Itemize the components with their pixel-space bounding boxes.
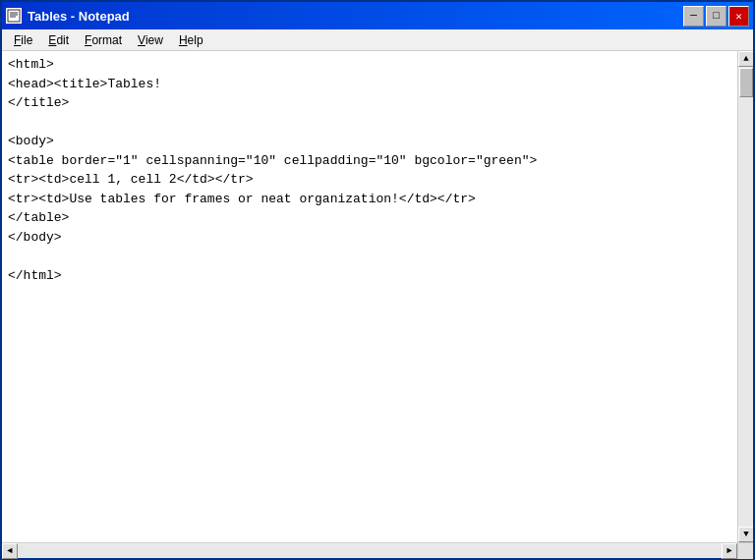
notepad-window: Tables - Notepad ─ □ ✕ File Edit Format …: [0, 0, 755, 560]
title-bar-left: Tables - Notepad: [6, 8, 130, 24]
menu-bar: File Edit Format View Help: [2, 29, 753, 51]
title-bar: Tables - Notepad ─ □ ✕: [2, 2, 753, 29]
close-button[interactable]: ✕: [728, 6, 749, 27]
scroll-down-button[interactable]: ▼: [738, 527, 753, 542]
scroll-up-button[interactable]: ▲: [738, 51, 753, 67]
menu-format-label: Format: [85, 33, 122, 47]
editor-area: <html> <head><title>Tables! </title> <bo…: [2, 51, 753, 542]
text-editor[interactable]: <html> <head><title>Tables! </title> <bo…: [2, 51, 737, 542]
menu-view-label: View: [138, 33, 163, 47]
scroll-thumb-v[interactable]: [739, 68, 753, 97]
menu-item-help[interactable]: Help: [171, 31, 211, 49]
vertical-scrollbar: ▲ ▼: [737, 51, 753, 542]
maximize-button[interactable]: □: [706, 6, 726, 27]
scroll-left-button[interactable]: ◄: [2, 543, 18, 559]
menu-item-file[interactable]: File: [6, 31, 40, 49]
menu-item-view[interactable]: View: [130, 31, 171, 49]
scrollbar-corner: [737, 543, 753, 559]
window-title: Tables - Notepad: [28, 9, 130, 24]
svg-rect-0: [8, 10, 20, 22]
minimize-button[interactable]: ─: [683, 6, 704, 27]
scroll-right-button[interactable]: ►: [722, 543, 737, 559]
menu-help-label: Help: [179, 33, 203, 47]
menu-item-edit[interactable]: Edit: [40, 31, 77, 49]
menu-item-format[interactable]: Format: [77, 31, 130, 49]
horizontal-scrollbar: ◄ ►: [2, 542, 753, 558]
app-icon: [6, 8, 22, 24]
menu-edit-label: Edit: [48, 33, 69, 47]
scroll-track-v[interactable]: [738, 67, 753, 527]
window-controls: ─ □ ✕: [683, 6, 749, 27]
scroll-track-h[interactable]: [18, 544, 722, 558]
menu-file-label: File: [14, 33, 32, 47]
